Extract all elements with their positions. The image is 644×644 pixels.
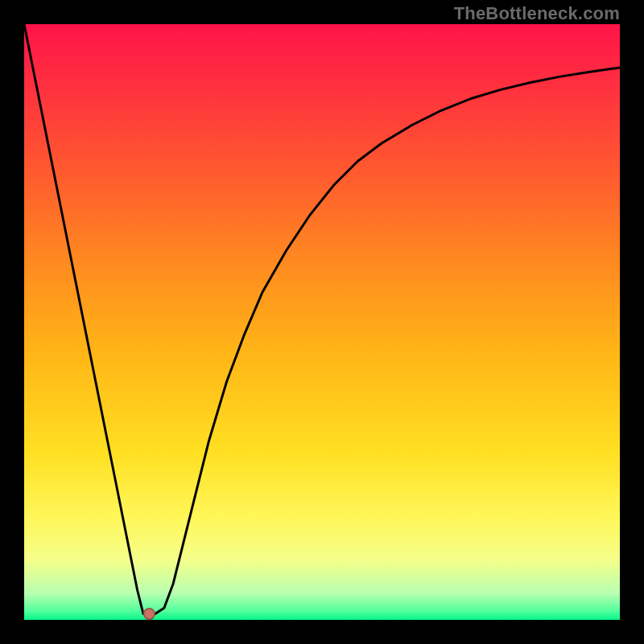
watermark-text: TheBottleneck.com (454, 3, 620, 24)
bottleneck-curve (24, 24, 620, 620)
optimum-marker (144, 609, 155, 619)
chart-frame: TheBottleneck.com (0, 0, 644, 644)
plot-area (24, 24, 620, 620)
